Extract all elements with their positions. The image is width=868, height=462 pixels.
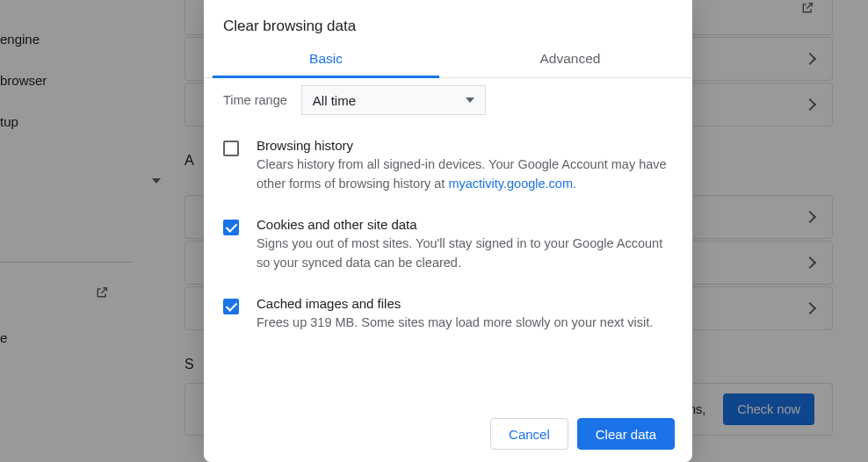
dialog-actions: Cancel Clear data <box>204 406 692 462</box>
dialog-body[interactable]: Time range All time Browsing history Cle… <box>204 78 692 406</box>
option-title: Browsing history <box>257 138 673 153</box>
option-title: Cached images and files <box>257 296 673 311</box>
tab-advanced[interactable]: Advanced <box>448 42 692 77</box>
tab-basic[interactable]: Basic <box>204 42 448 77</box>
option-description: Signs you out of most sites. You'll stay… <box>257 234 673 273</box>
myactivity-link[interactable]: myactivity.google.com <box>448 177 573 191</box>
dialog-tabs: Basic Advanced <box>204 42 692 78</box>
cancel-button[interactable]: Cancel <box>490 418 568 450</box>
time-range-select[interactable]: All time <box>301 85 486 115</box>
clear-browsing-data-dialog: Clear browsing data Basic Advanced Time … <box>204 0 692 462</box>
checkbox-cache[interactable] <box>223 299 239 314</box>
time-range-value: All time <box>313 93 356 108</box>
option-description: Clears history from all signed-in device… <box>257 155 673 194</box>
checkbox-browsing-history[interactable] <box>223 141 239 156</box>
time-range-row: Time range All time <box>223 78 673 126</box>
dialog-title: Clear browsing data <box>204 0 692 42</box>
option-browsing-history: Browsing history Clears history from all… <box>223 126 673 205</box>
option-title: Cookies and other site data <box>257 217 673 232</box>
option-description: Frees up 319 MB. Some sites may load mor… <box>257 313 673 332</box>
option-cookies: Cookies and other site data Signs you ou… <box>223 205 673 284</box>
option-cache: Cached images and files Frees up 319 MB.… <box>223 284 673 343</box>
checkbox-cookies[interactable] <box>223 220 239 235</box>
clear-data-button[interactable]: Clear data <box>577 418 675 450</box>
time-range-label: Time range <box>223 93 287 107</box>
chevron-down-icon <box>466 97 474 103</box>
